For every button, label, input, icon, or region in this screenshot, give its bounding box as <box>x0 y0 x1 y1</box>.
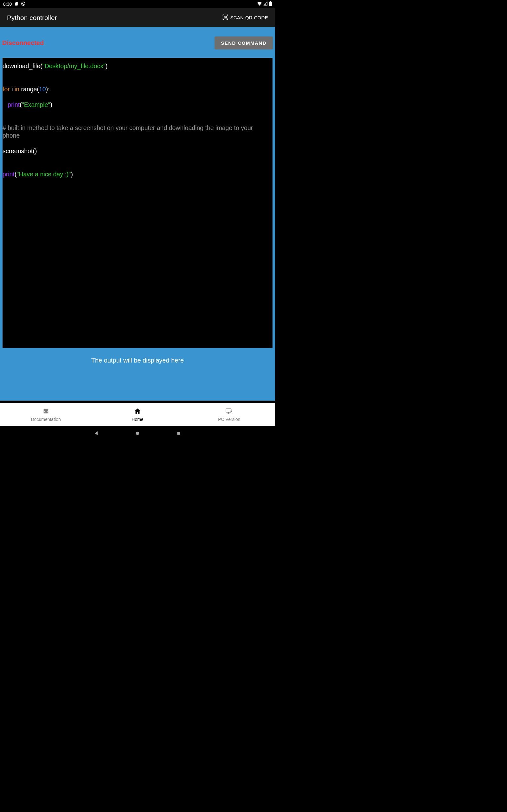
qr-code-icon <box>222 14 228 21</box>
output-placeholder: The output will be displayed here <box>0 357 275 364</box>
code-editor[interactable]: download_file("Desktop/my_file.docx") fo… <box>3 58 273 348</box>
send-command-button[interactable]: SEND COMMAND <box>215 37 273 49</box>
nav-documentation[interactable]: Documentation <box>0 408 91 422</box>
app-title: Python controller <box>7 14 57 21</box>
app-bar: Python controller SCAN QR CODE <box>0 8 275 27</box>
nav-home-label: Home <box>131 417 143 422</box>
recents-button[interactable] <box>176 430 182 437</box>
scan-qr-button[interactable]: SCAN QR CODE <box>222 14 268 21</box>
svg-rect-8 <box>177 432 180 435</box>
battery-icon <box>269 1 272 7</box>
home-button[interactable] <box>134 430 141 437</box>
svg-rect-2 <box>269 2 272 6</box>
do-not-disturb-icon <box>21 1 26 7</box>
bottom-nav: Documentation Home PC Version <box>0 403 275 426</box>
svg-rect-3 <box>270 1 271 2</box>
wifi-icon <box>257 2 262 7</box>
svg-point-1 <box>22 3 24 4</box>
back-button[interactable] <box>93 430 100 437</box>
android-nav-bar <box>0 426 275 441</box>
svg-point-0 <box>21 2 25 5</box>
svg-rect-6 <box>226 409 231 412</box>
sd-card-icon <box>14 2 18 7</box>
svg-point-7 <box>136 432 139 435</box>
main-content: Disconnected SEND COMMAND download_file(… <box>0 27 275 401</box>
nav-home[interactable]: Home <box>92 408 183 422</box>
nav-pc-version[interactable]: PC Version <box>184 408 274 422</box>
documentation-icon <box>43 408 49 415</box>
status-time: 8:30 <box>3 2 12 7</box>
nav-documentation-label: Documentation <box>31 417 61 422</box>
cell-signal-icon <box>263 2 268 7</box>
home-icon <box>134 408 141 415</box>
svg-rect-5 <box>225 16 226 17</box>
nav-pc-version-label: PC Version <box>218 417 240 422</box>
android-status-bar: 8:30 <box>0 0 275 8</box>
scan-qr-label: SCAN QR CODE <box>230 15 268 20</box>
pc-version-icon <box>225 408 233 415</box>
connection-status: Disconnected <box>2 39 44 47</box>
